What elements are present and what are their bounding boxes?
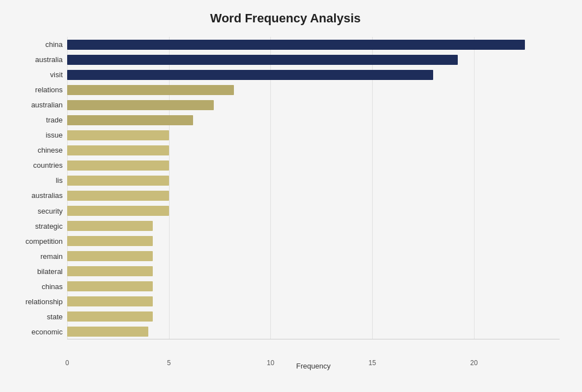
y-axis: chinaaustraliavisitrelationsaustraliantr… [11, 37, 67, 339]
x-tick: 20 [470, 359, 477, 367]
bar-row [67, 129, 560, 142]
bar-row [67, 204, 560, 218]
x-tick: 5 [167, 359, 171, 367]
bar-row [67, 265, 560, 278]
bar-row [67, 159, 560, 172]
bar-row [67, 189, 560, 202]
bar [67, 266, 153, 276]
y-label: competition [26, 234, 63, 248]
bar-row [67, 68, 560, 82]
bar [67, 55, 458, 65]
bar-row [67, 114, 560, 127]
bar [67, 296, 153, 306]
bar [67, 327, 148, 337]
y-label: bilateral [37, 265, 63, 278]
y-label: relations [35, 83, 63, 97]
bar-row [67, 325, 560, 338]
x-tick: 10 [267, 359, 274, 367]
y-label: state [47, 310, 63, 323]
bar [67, 70, 433, 80]
bar [67, 115, 193, 125]
y-label: issue [46, 129, 63, 142]
y-label: chinas [41, 280, 63, 293]
bar-row [67, 53, 560, 67]
bar [67, 176, 169, 186]
y-label: security [37, 204, 63, 218]
y-label: australias [31, 189, 63, 202]
bar-row [67, 249, 560, 263]
bar-row [67, 83, 560, 97]
bar-row [67, 280, 560, 293]
bar-row [67, 98, 560, 112]
y-label: remain [40, 249, 63, 263]
bar [67, 251, 153, 261]
bar [67, 100, 214, 110]
y-label: trade [46, 114, 63, 127]
x-tick: 0 [65, 359, 69, 367]
bar-row [67, 174, 560, 187]
y-label: relationship [26, 295, 63, 308]
bar [67, 206, 169, 216]
bar-row [67, 144, 560, 157]
chart-area: chinaaustraliavisitrelationsaustraliantr… [11, 37, 560, 339]
bar [67, 236, 153, 246]
bar-row [67, 295, 560, 308]
bar [67, 160, 169, 171]
bar [67, 145, 169, 155]
bar-row [67, 310, 560, 323]
y-label: chinese [37, 144, 63, 157]
y-label: strategic [35, 219, 63, 233]
bar [67, 191, 169, 201]
y-label: australia [35, 53, 63, 67]
y-label: australian [31, 98, 63, 112]
x-tick: 15 [369, 359, 376, 367]
x-axis-label: Frequency [296, 362, 330, 370]
bar [67, 221, 153, 231]
chart-title: Word Frequency Analysis [11, 11, 560, 26]
y-label: china [45, 38, 63, 51]
bars-and-grid: 05101520 Frequency [67, 37, 560, 339]
bar [67, 311, 153, 322]
bar-row [67, 219, 560, 233]
bar [67, 130, 169, 140]
chart-container: Word Frequency Analysis chinaaustraliavi… [0, 0, 582, 392]
bar [67, 281, 153, 291]
y-label: countries [33, 159, 63, 172]
bar [67, 85, 234, 95]
bar-row [67, 38, 560, 51]
y-label: economic [31, 325, 63, 338]
y-label: visit [50, 68, 63, 82]
bar [67, 40, 525, 50]
y-label: lis [56, 174, 63, 187]
bar-row [67, 234, 560, 248]
